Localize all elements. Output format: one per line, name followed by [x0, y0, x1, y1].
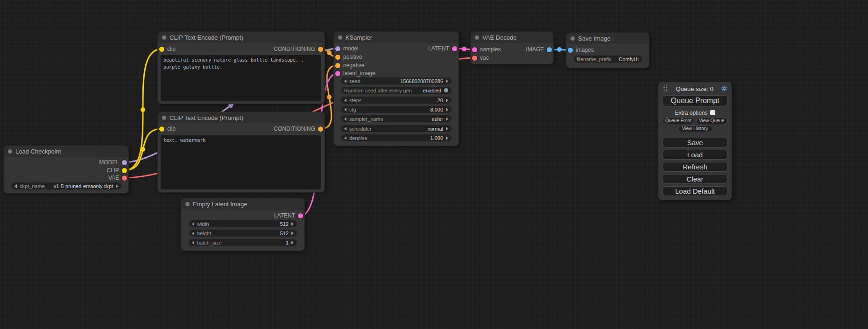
- conditioning-output-pin[interactable]: [318, 126, 323, 132]
- right-arrow-icon[interactable]: [446, 79, 448, 83]
- output-slot-conditioning: CONDITIONING: [274, 126, 323, 132]
- positive-input-pin[interactable]: [335, 55, 340, 60]
- seed-widget[interactable]: seed 156680208700286: [341, 77, 452, 84]
- collapse-dot-icon[interactable]: [162, 35, 166, 40]
- clear-button[interactable]: Clear: [663, 174, 727, 184]
- node-title-bar[interactable]: VAE Decode: [471, 32, 553, 43]
- right-arrow-icon[interactable]: [446, 108, 448, 112]
- negative-input-pin[interactable]: [335, 63, 340, 68]
- left-arrow-icon[interactable]: [192, 222, 194, 226]
- samples-input-pin[interactable]: [472, 47, 477, 52]
- node-title-bar[interactable]: Load Checkpoint: [4, 146, 128, 157]
- left-arrow-icon[interactable]: [344, 98, 346, 102]
- scheduler-widget[interactable]: scheduler normal: [341, 125, 452, 132]
- vae-input-pin[interactable]: [472, 56, 477, 61]
- left-arrow-icon[interactable]: [344, 117, 346, 121]
- node-vae-decode[interactable]: VAE Decode samples vae IMAGE: [471, 32, 553, 64]
- node-empty-latent-image[interactable]: Empty Latent Image LATENT width 512 heig…: [181, 198, 304, 251]
- collapse-dot-icon[interactable]: [571, 36, 575, 41]
- node-save-image[interactable]: Save Image images filename_prefix ComfyU…: [566, 33, 649, 68]
- right-arrow-icon[interactable]: [446, 127, 448, 131]
- extra-options-checkbox[interactable]: [710, 110, 715, 115]
- node-title-bar[interactable]: Empty Latent Image: [181, 198, 304, 210]
- images-input-pin[interactable]: [568, 48, 573, 53]
- output-slot-conditioning: CONDITIONING: [274, 46, 323, 52]
- left-arrow-icon[interactable]: [344, 79, 346, 83]
- node-title-bar[interactable]: CLIP Text Encode (Prompt): [158, 112, 325, 123]
- sampler-name-widget[interactable]: sampler_name euler: [341, 115, 452, 122]
- model-input-pin[interactable]: [335, 46, 340, 51]
- node-clip-text-encode-negative[interactable]: CLIP Text Encode (Prompt) clip CONDITION…: [158, 112, 325, 192]
- node-load-checkpoint[interactable]: Load Checkpoint MODEL CLIP VAE ckpt_name…: [4, 146, 128, 193]
- load-button[interactable]: Load: [663, 150, 727, 160]
- latent-output-pin[interactable]: [298, 213, 303, 218]
- widget-value: 512: [280, 231, 289, 236]
- cfg-widget[interactable]: cfg 8.000: [341, 106, 452, 113]
- input-label: clip: [167, 46, 176, 52]
- node-title-bar[interactable]: KSampler: [334, 32, 459, 43]
- latent-output-pin[interactable]: [452, 46, 457, 51]
- filename-prefix-widget[interactable]: filename_prefix ComfyUI: [573, 56, 642, 63]
- queue-front-button[interactable]: Queue Front: [663, 118, 694, 124]
- refresh-button[interactable]: Refresh: [663, 162, 727, 172]
- positive-prompt-textarea[interactable]: beautiful scenery nature glass bottle la…: [161, 55, 321, 101]
- left-arrow-icon[interactable]: [344, 127, 346, 131]
- collapse-dot-icon[interactable]: [185, 202, 190, 206]
- view-queue-button[interactable]: View Queue: [696, 118, 728, 124]
- left-arrow-icon[interactable]: [344, 108, 346, 112]
- drag-handle-dots-icon[interactable]: [663, 85, 668, 92]
- clip-input-pin[interactable]: [159, 126, 164, 132]
- settings-gear-icon[interactable]: [721, 85, 727, 92]
- right-arrow-icon[interactable]: [446, 117, 448, 121]
- right-arrow-icon[interactable]: [291, 222, 294, 226]
- right-arrow-icon[interactable]: [116, 184, 118, 188]
- left-arrow-icon[interactable]: [192, 231, 194, 235]
- widget-label: ckpt_name: [20, 183, 45, 189]
- node-graph-canvas[interactable]: Load Checkpoint MODEL CLIP VAE ckpt_name…: [0, 0, 868, 329]
- node-clip-text-encode-positive[interactable]: CLIP Text Encode (Prompt) clip CONDITION…: [158, 32, 325, 104]
- denoise-widget[interactable]: denoise 1.000: [341, 134, 452, 141]
- model-output-pin[interactable]: [122, 160, 127, 165]
- negative-prompt-textarea[interactable]: text, watermark: [161, 135, 321, 189]
- save-button[interactable]: Save: [663, 138, 727, 147]
- clip-input-pin[interactable]: [159, 47, 164, 52]
- right-arrow-icon[interactable]: [291, 231, 294, 235]
- vae-output-pin[interactable]: [122, 175, 127, 181]
- latent-image-input-pin[interactable]: [335, 71, 340, 76]
- view-history-button[interactable]: View History: [678, 126, 713, 132]
- node-title-bar[interactable]: Save Image: [566, 33, 649, 44]
- load-default-button[interactable]: Load Default: [663, 186, 727, 196]
- widget-value: euler: [432, 116, 443, 122]
- width-widget[interactable]: width 512: [189, 220, 297, 227]
- batch-size-widget[interactable]: batch_size 1: [189, 239, 297, 246]
- node-ksampler[interactable]: KSampler model positive negative latent_…: [334, 32, 459, 146]
- height-widget[interactable]: height 512: [189, 230, 297, 237]
- widget-label: batch_size: [197, 240, 222, 245]
- ckpt-name-widget[interactable]: ckpt_name v1-5-pruned-emaonly.ckpt: [11, 182, 121, 189]
- right-arrow-icon[interactable]: [446, 98, 448, 102]
- node-title: CLIP Text Encode (Prompt): [169, 34, 243, 41]
- right-arrow-icon[interactable]: [446, 136, 448, 140]
- left-arrow-icon[interactable]: [14, 184, 17, 188]
- left-arrow-icon[interactable]: [344, 136, 346, 140]
- collapse-dot-icon[interactable]: [338, 35, 342, 40]
- output-label: LATENT: [428, 45, 449, 52]
- random-seed-toggle-widget[interactable]: Random seed after every gen enabled: [341, 87, 452, 94]
- image-output-pin[interactable]: [547, 47, 552, 52]
- queue-prompt-button[interactable]: Queue Prompt: [663, 95, 727, 106]
- widget-value: normal: [427, 126, 443, 132]
- collapse-dot-icon[interactable]: [162, 116, 166, 120]
- steps-widget[interactable]: steps 20: [341, 97, 452, 104]
- toggle-dot-icon[interactable]: [444, 88, 448, 92]
- conditioning-output-pin[interactable]: [318, 47, 323, 52]
- collapse-dot-icon[interactable]: [8, 149, 12, 154]
- clip-output-pin[interactable]: [122, 168, 127, 173]
- widget-label: sampler_name: [349, 116, 383, 122]
- widget-label: seed: [349, 78, 360, 84]
- collapse-dot-icon[interactable]: [475, 35, 479, 40]
- right-arrow-icon[interactable]: [291, 241, 294, 245]
- input-slot-images: images: [568, 47, 594, 53]
- left-arrow-icon[interactable]: [192, 241, 194, 245]
- node-title-bar[interactable]: CLIP Text Encode (Prompt): [158, 32, 325, 43]
- output-slot-clip: CLIP: [106, 167, 127, 174]
